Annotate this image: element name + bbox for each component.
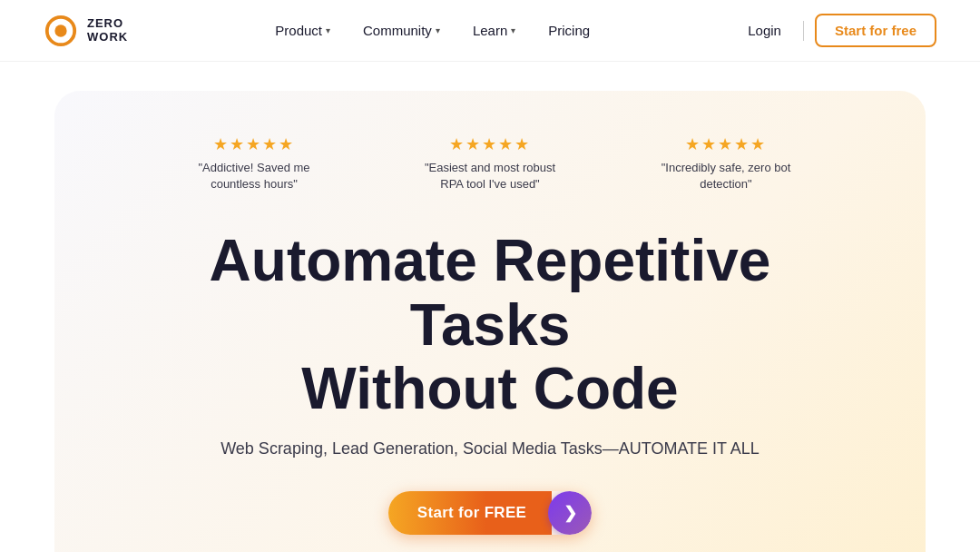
review-item-1: ★★★★★ "Addictive! Saved me countless hou… (181, 134, 327, 192)
svg-point-1 (54, 25, 66, 36)
nav-item-community[interactable]: Community ▾ (350, 15, 453, 45)
review-item-3: ★★★★★ "Incredibly safe, zero bot detecti… (653, 134, 799, 192)
chevron-down-icon: ▾ (326, 25, 330, 35)
review-text-3: "Incredibly safe, zero bot detection" (653, 160, 799, 192)
stars-3: ★★★★★ (685, 134, 767, 154)
stars-2: ★★★★★ (449, 134, 531, 154)
logo-text: ZERO WORK (87, 17, 128, 44)
stars-1: ★★★★★ (213, 134, 295, 154)
navbar: ZERO WORK Product ▾ Community ▾ Learn ▾ … (0, 0, 980, 62)
nav-links: Product ▾ Community ▾ Learn ▾ Pricing (262, 15, 603, 45)
hero-section: ★★★★★ "Addictive! Saved me countless hou… (0, 62, 980, 552)
nav-item-learn[interactable]: Learn ▾ (460, 15, 528, 45)
nav-right: Login Start for free (737, 14, 936, 47)
reviews-row: ★★★★★ "Addictive! Saved me countless hou… (181, 134, 799, 192)
login-button[interactable]: Login (737, 15, 792, 45)
hero-subtitle: Web Scraping, Lead Generation, Social Me… (220, 439, 760, 458)
review-item-2: ★★★★★ "Easiest and most robust RPA tool … (417, 134, 563, 192)
chevron-down-icon: ▾ (436, 25, 440, 35)
logo[interactable]: ZERO WORK (44, 14, 128, 48)
hero-title: Automate Repetitive Tasks Without Code (172, 229, 808, 420)
logo-icon (44, 14, 78, 48)
review-text-1: "Addictive! Saved me countless hours" (181, 160, 327, 192)
nav-item-pricing[interactable]: Pricing (535, 15, 603, 45)
start-free-button[interactable]: Start for free (815, 14, 936, 47)
hero-card: ★★★★★ "Addictive! Saved me countless hou… (54, 91, 926, 552)
chevron-down-icon: ▾ (511, 25, 515, 35)
nav-item-product[interactable]: Product ▾ (262, 15, 343, 45)
cta-main-label[interactable]: Start for FREE (388, 491, 552, 535)
cta-button[interactable]: Start for FREE ❯ (388, 491, 592, 535)
nav-divider (803, 21, 804, 41)
cta-arrow-icon[interactable]: ❯ (548, 491, 592, 535)
review-text-2: "Easiest and most robust RPA tool I've u… (417, 160, 563, 192)
